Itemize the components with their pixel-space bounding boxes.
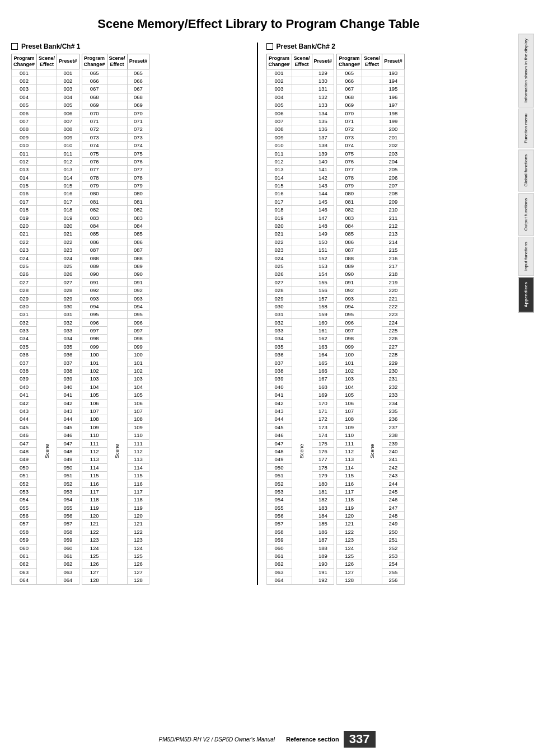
- tab-info-display[interactable]: Information shown in the display: [518, 34, 534, 107]
- program-change-cell: 081: [82, 198, 107, 205]
- preset-cell: 128: [127, 576, 149, 584]
- preset-cell: 166: [312, 367, 334, 375]
- program-change-cell: 077: [82, 166, 107, 173]
- tab-input-functions[interactable]: Input functions: [518, 237, 534, 276]
- program-change-cell: 045: [12, 423, 37, 431]
- program-change-cell: 085: [82, 230, 107, 238]
- preset-cell: 218: [382, 270, 405, 278]
- table-row: 013141: [266, 166, 334, 173]
- table-row: 011139: [266, 149, 334, 157]
- program-change-cell: 094: [82, 302, 107, 310]
- preset-cell: 040: [57, 383, 79, 391]
- scene-effect-cell: [362, 206, 382, 214]
- table-row: 021149: [266, 230, 334, 238]
- scene-effect-cell: [107, 142, 127, 149]
- table-row: 094222: [337, 302, 405, 310]
- table-row: 007135: [266, 117, 334, 125]
- preset-cell: 038: [57, 367, 79, 375]
- table-row: 005005: [12, 101, 79, 109]
- preset-cell: 191: [312, 568, 334, 576]
- program-change-cell: 057: [12, 520, 37, 528]
- table-row: 078078: [82, 173, 149, 181]
- table-row: 031031: [12, 311, 79, 318]
- preset-cell: 238: [382, 431, 405, 439]
- scene-effect-cell: [362, 69, 382, 77]
- table-row: 024024: [12, 254, 79, 262]
- preset-cell: 243: [382, 472, 405, 480]
- program-change-cell: 039: [266, 375, 292, 383]
- table-row: 087087: [82, 246, 149, 254]
- program-change-cell: 043: [266, 407, 292, 415]
- tab-output-functions[interactable]: Output functions: [518, 193, 534, 236]
- preset-cell: 179: [312, 472, 334, 480]
- preset-cell: 230: [382, 367, 405, 375]
- tab-appendices[interactable]: Appendices: [518, 277, 534, 312]
- program-change-cell: 004: [266, 93, 292, 101]
- preset-cell: 050: [57, 463, 79, 471]
- scene-effect-cell: [37, 142, 57, 149]
- program-change-cell: 014: [12, 173, 37, 181]
- preset-cell: 227: [382, 342, 405, 350]
- preset-cell: 075: [127, 149, 149, 157]
- preset-cell: 233: [382, 391, 405, 399]
- scene-effect-cell: [362, 294, 382, 302]
- table-row: 088216: [337, 254, 405, 262]
- program-change-cell: 126: [337, 560, 362, 568]
- table-row: 071071: [82, 117, 149, 125]
- program-change-cell: 077: [337, 166, 362, 173]
- program-change-cell: 031: [266, 311, 292, 318]
- program-change-cell: 097: [82, 327, 107, 335]
- preset-cell: 169: [312, 391, 334, 399]
- table-row: 070198: [337, 109, 405, 117]
- program-change-cell: 122: [82, 528, 107, 536]
- scene-effect-cell: [107, 109, 127, 117]
- preset-cell: 120: [127, 512, 149, 520]
- preset-cell: 001: [57, 69, 79, 77]
- program-change-cell: 052: [12, 480, 37, 487]
- table-row: 081081: [82, 198, 149, 205]
- table-row: 068196: [337, 93, 405, 101]
- preset-cell: 057: [57, 520, 79, 528]
- bank2-t1-col2-header: Scene/Effect: [292, 54, 312, 69]
- preset-cell: 250: [382, 528, 405, 536]
- program-change-cell: 116: [337, 480, 362, 487]
- scene-effect-cell: [37, 262, 57, 270]
- program-change-cell: 117: [337, 487, 362, 495]
- table-row: 012140: [266, 157, 334, 165]
- preset-cell: 034: [57, 335, 79, 342]
- preset-cell: 241: [382, 456, 405, 463]
- preset-cell: 090: [127, 270, 149, 278]
- program-change-cell: 082: [82, 206, 107, 214]
- scene-effect-cell: [107, 149, 127, 157]
- preset-cell: 123: [127, 536, 149, 544]
- preset-cell: 224: [382, 318, 405, 326]
- scene-effect-cell: [362, 190, 382, 198]
- program-change-cell: 102: [82, 367, 107, 375]
- preset-cell: 220: [382, 287, 405, 294]
- content-area: Preset Bank/Ch# 1 ProgramChange# Scene/E…: [11, 43, 523, 585]
- table-row: 071199: [337, 117, 405, 125]
- preset-cell: 006: [57, 109, 79, 117]
- table-row: 014142: [266, 173, 334, 181]
- scene-effect-cell: [107, 125, 127, 133]
- preset-cell: 103: [127, 375, 149, 383]
- program-change-cell: 049: [266, 456, 292, 463]
- right-tabs: Information shown in the display Functio…: [518, 34, 534, 312]
- preset-cell: 047: [57, 439, 79, 447]
- scene-effect-cell: [362, 173, 382, 181]
- tab-function-menu[interactable]: Function menu: [518, 109, 534, 148]
- table-row: 008008: [12, 125, 79, 133]
- tab-global-functions[interactable]: Global functions: [518, 149, 534, 191]
- program-change-cell: 052: [266, 480, 292, 487]
- program-change-cell: 054: [266, 496, 292, 504]
- preset-cell: 064: [57, 576, 79, 584]
- preset-cell: 176: [312, 447, 334, 455]
- table-row: 065193: [337, 69, 405, 77]
- program-change-cell: 087: [337, 246, 362, 254]
- table-row: 080208: [337, 190, 405, 198]
- table-row: 006134: [266, 109, 334, 117]
- preset-cell: 037: [57, 359, 79, 367]
- program-change-cell: 035: [12, 342, 37, 350]
- program-change-cell: 108: [82, 415, 107, 423]
- program-change-cell: 089: [82, 262, 107, 270]
